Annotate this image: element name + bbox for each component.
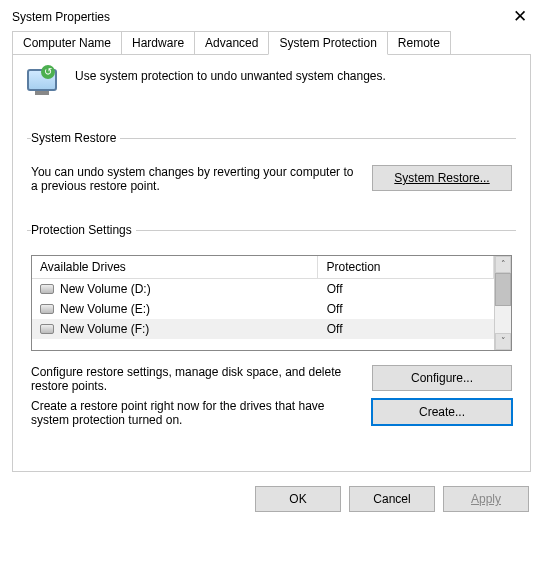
- protection-settings-legend: Protection Settings: [31, 223, 136, 237]
- system-protection-icon: ↺: [27, 69, 63, 105]
- tab-advanced[interactable]: Advanced: [194, 31, 269, 55]
- tab-remote[interactable]: Remote: [387, 31, 451, 55]
- tab-hardware[interactable]: Hardware: [121, 31, 195, 55]
- configure-description: Configure restore settings, manage disk …: [31, 365, 358, 393]
- close-icon[interactable]: ✕: [509, 8, 531, 25]
- create-button[interactable]: Create...: [372, 399, 512, 425]
- table-row[interactable]: New Volume (E:) Off: [32, 299, 494, 319]
- system-restore-description: You can undo system changes by reverting…: [31, 165, 358, 193]
- scroll-thumb[interactable]: [495, 273, 511, 306]
- protection-settings-group: Protection Settings Available Drives Pro…: [27, 223, 516, 441]
- table-row[interactable]: New Volume (F:) Off: [32, 319, 494, 339]
- configure-button[interactable]: Configure...: [372, 365, 512, 391]
- column-header-drives[interactable]: Available Drives: [32, 256, 318, 278]
- tab-panel-system-protection: ↺ Use system protection to undo unwanted…: [12, 54, 531, 472]
- drive-name: New Volume (E:): [60, 302, 150, 316]
- drive-table-header: Available Drives Protection: [32, 256, 494, 279]
- dialog-footer: OK Cancel Apply: [0, 480, 543, 522]
- column-header-protection[interactable]: Protection: [318, 256, 494, 278]
- drive-protection: Off: [319, 281, 494, 297]
- system-restore-legend: System Restore: [31, 131, 120, 145]
- tab-system-protection[interactable]: System Protection: [268, 31, 387, 55]
- drive-name: New Volume (D:): [60, 282, 151, 296]
- system-restore-group: System Restore You can undo system chang…: [27, 131, 516, 207]
- ok-button[interactable]: OK: [255, 486, 341, 512]
- table-row[interactable]: New Volume (D:) Off: [32, 279, 494, 299]
- create-description: Create a restore point right now for the…: [31, 399, 358, 427]
- scrollbar[interactable]: ˄ ˅: [494, 256, 511, 350]
- drive-icon: [40, 304, 54, 314]
- drive-protection: Off: [319, 301, 494, 317]
- drive-icon: [40, 324, 54, 334]
- scroll-track[interactable]: [495, 273, 511, 333]
- tab-computer-name[interactable]: Computer Name: [12, 31, 122, 55]
- intro-row: ↺ Use system protection to undo unwanted…: [27, 69, 516, 105]
- apply-button[interactable]: Apply: [443, 486, 529, 512]
- scroll-up-icon[interactable]: ˄: [495, 256, 511, 273]
- intro-text: Use system protection to undo unwanted s…: [75, 69, 386, 83]
- drive-name: New Volume (F:): [60, 322, 149, 336]
- tab-strip: Computer Name Hardware Advanced System P…: [0, 31, 543, 55]
- drive-icon: [40, 284, 54, 294]
- system-restore-button[interactable]: System Restore...: [372, 165, 512, 191]
- scroll-down-icon[interactable]: ˅: [495, 333, 511, 350]
- titlebar: System Properties ✕: [0, 0, 543, 31]
- cancel-button[interactable]: Cancel: [349, 486, 435, 512]
- window-title: System Properties: [12, 10, 110, 24]
- drive-protection: Off: [319, 321, 494, 337]
- drive-table: Available Drives Protection New Volume (…: [31, 255, 512, 351]
